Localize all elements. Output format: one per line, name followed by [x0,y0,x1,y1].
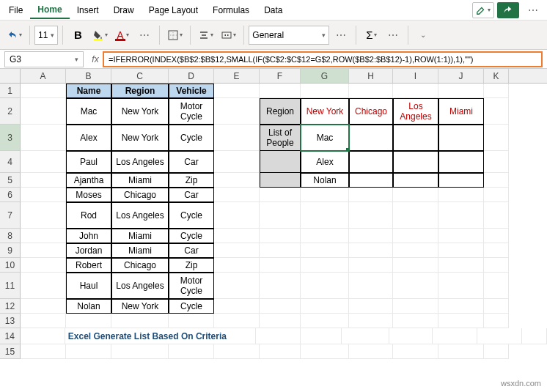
table-cell[interactable] [349,125,393,151]
table-cell[interactable]: Paul [66,151,111,173]
menu-home[interactable]: Home [30,1,69,19]
cell[interactable] [477,328,522,344]
cell[interactable] [301,328,341,344]
cell[interactable] [393,273,438,299]
table-cell[interactable]: New York [111,125,169,151]
table-cell[interactable]: Car [169,243,214,258]
cell[interactable] [214,202,260,229]
cell[interactable] [214,299,260,314]
table-cell[interactable]: Car [169,151,214,173]
cell[interactable] [21,344,66,359]
col-header[interactable]: D [169,69,214,83]
cell[interactable] [349,299,393,314]
cell[interactable] [438,84,484,98]
cell[interactable] [349,84,393,98]
row-header[interactable]: 3 [0,125,21,151]
cell[interactable] [260,188,301,202]
menu-insert[interactable]: Insert [70,2,106,18]
cell[interactable] [21,98,66,125]
select-all-corner[interactable] [0,69,21,83]
table-cell[interactable]: Miami [111,243,169,258]
row-header[interactable]: 7 [0,202,21,229]
row-header[interactable]: 6 [0,188,21,202]
table-cell[interactable]: Moses [66,188,111,202]
cell[interactable] [484,229,509,243]
cell[interactable] [301,243,349,258]
cell[interactable] [169,344,214,359]
table-header[interactable]: Chicago [349,98,393,125]
cell[interactable] [21,229,66,243]
cell[interactable] [349,314,393,328]
cell[interactable] [214,243,260,258]
cell[interactable] [301,202,349,229]
cell[interactable] [438,258,484,273]
row-header[interactable]: 13 [0,314,21,328]
cell[interactable] [66,344,111,359]
cell[interactable] [260,314,301,328]
col-header[interactable]: C [111,69,169,83]
table-cell[interactable]: Nolan [301,173,349,188]
cell[interactable] [301,273,349,299]
cell[interactable] [484,84,509,98]
cell[interactable] [21,314,66,328]
undo-button[interactable]: ▾ [4,25,25,45]
col-header[interactable]: A [21,69,66,83]
cell[interactable] [438,344,484,359]
cell[interactable] [214,258,260,273]
table-cell[interactable] [349,151,393,173]
table-cell[interactable] [393,151,438,173]
row-header[interactable]: 15 [0,344,21,359]
table-cell[interactable]: Alex [301,151,349,173]
cell[interactable] [484,258,509,273]
table-header[interactable]: Region [111,84,169,98]
table-cell[interactable] [393,125,438,151]
table-cell[interactable]: Motor Cycle [169,98,214,125]
table-cell[interactable]: Nolan [66,299,111,314]
cell[interactable] [389,328,433,344]
formula-input[interactable]: =IFERROR(INDEX($B$2:$B$12,SMALL(IF($C$2:… [103,51,543,67]
table-cell[interactable]: Alex [66,125,111,151]
cell[interactable] [214,188,260,202]
fx-button[interactable]: fx [88,54,103,64]
table-cell[interactable]: John [66,229,111,243]
cell[interactable] [260,344,301,359]
cell[interactable] [214,125,260,151]
menu-file[interactable]: File [1,2,30,18]
table-cell[interactable]: Los Angeles [111,202,169,229]
col-header[interactable]: G [301,69,349,83]
table-cell[interactable]: Los Angeles [111,151,169,173]
cell[interactable] [393,258,438,273]
table-header[interactable]: New York [301,98,349,125]
more-button[interactable]: ⋯ [522,2,544,18]
col-header[interactable]: H [349,69,393,83]
table-cell[interactable]: Ajantha [66,173,111,188]
cell[interactable] [214,229,260,243]
row-header[interactable]: 9 [0,243,21,258]
row-header[interactable]: 8 [0,229,21,243]
row-header[interactable]: 12 [0,299,21,314]
row-header[interactable]: 14 [0,328,21,344]
table-cell[interactable]: Motor Cycle [169,273,214,299]
spreadsheet-grid[interactable]: A B C D E F G H I J K 1NameRegionVehicle… [0,69,547,359]
table-cell[interactable]: New York [111,299,169,314]
merge-button[interactable]: ▾ [218,25,239,45]
cell[interactable] [393,188,438,202]
cell[interactable] [66,314,111,328]
cell[interactable] [21,188,66,202]
cell[interactable] [301,188,349,202]
table-cell[interactable]: Miami [111,173,169,188]
cell[interactable] [260,243,301,258]
cell[interactable] [393,84,438,98]
table-cell[interactable]: Cycle [169,299,214,314]
cell[interactable] [438,188,484,202]
cell[interactable] [433,328,477,344]
cell[interactable] [522,328,547,344]
cell[interactable] [260,202,301,229]
cell[interactable] [21,273,66,299]
row-header[interactable]: 10 [0,258,21,273]
col-header[interactable]: I [393,69,438,83]
cell[interactable] [301,344,349,359]
table-cell[interactable]: Car [169,188,214,202]
cell[interactable] [349,258,393,273]
number-format-combo[interactable]: General▾ [249,26,329,45]
